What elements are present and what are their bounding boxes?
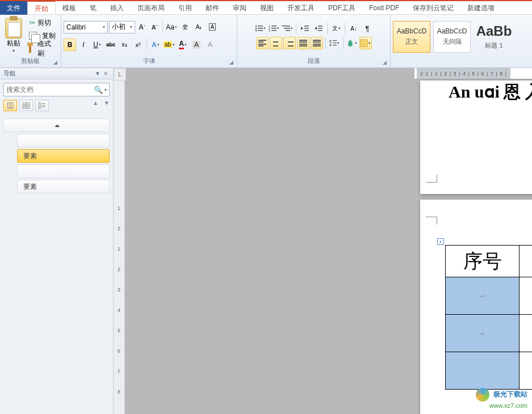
expand-icon[interactable]: ◢ xyxy=(383,60,387,65)
svg-rect-11 xyxy=(271,30,277,31)
font-name-combo[interactable]: Calibri▾ xyxy=(64,21,108,33)
table-cell[interactable] xyxy=(520,352,533,390)
shading-button[interactable]: ▾ xyxy=(346,37,358,49)
tab-pen[interactable]: 笔 xyxy=(83,1,103,15)
font-size-combo[interactable]: 小初▾ xyxy=(109,21,135,33)
table-cell-selected[interactable] xyxy=(446,352,520,390)
shrink-font-button[interactable]: Aˇ xyxy=(149,21,160,33)
vertical-ruler[interactable]: 1 2 1 2 3 4 5 6 7 8 xyxy=(114,81,125,414)
superscript-button[interactable]: x² xyxy=(132,39,144,51)
svg-rect-21 xyxy=(333,40,337,41)
tab-newoption[interactable]: 新建选项 xyxy=(460,1,501,15)
style-nospacing[interactable]: AaBbCcD 无间隔 xyxy=(433,21,471,53)
search-dropdown-icon[interactable]: ▾ xyxy=(104,87,107,92)
tab-pagelayout[interactable]: 页面布局 xyxy=(131,1,171,15)
sort-button[interactable]: A↓ xyxy=(347,22,360,35)
numbering-button[interactable]: 123▾ xyxy=(267,22,280,35)
tab-savecloud[interactable]: 保存到云笔记 xyxy=(406,1,460,15)
table-cell[interactable] xyxy=(520,277,533,315)
change-case-button[interactable]: Aa▾ xyxy=(165,21,178,33)
tab-references[interactable]: 引用 xyxy=(171,1,199,15)
table-cell[interactable] xyxy=(520,315,533,352)
decrease-indent-button[interactable] xyxy=(299,22,311,35)
watermark-name: 极光下载站 xyxy=(493,390,527,398)
tree-item-selected[interactable]: 要素 xyxy=(17,149,110,163)
highlight-button[interactable]: ab▾ xyxy=(163,39,175,51)
svg-rect-14 xyxy=(286,30,290,31)
align-right-button[interactable] xyxy=(283,37,296,49)
svg-point-26 xyxy=(363,41,365,42)
tab-home[interactable]: 开始 xyxy=(27,1,56,14)
tree-item[interactable] xyxy=(17,164,110,178)
enclose-button[interactable]: A₁ xyxy=(192,21,205,33)
ruler-corner[interactable]: L xyxy=(114,68,126,81)
nav-close-icon[interactable]: ✕ xyxy=(102,70,110,77)
tab-view[interactable]: 视图 xyxy=(253,1,280,15)
underline-button[interactable]: U▾ xyxy=(91,39,103,51)
char-border-button[interactable]: A xyxy=(206,21,219,33)
text-effects-button[interactable]: A▾ xyxy=(149,39,162,51)
bold-button[interactable]: B xyxy=(64,39,76,51)
subscript-button[interactable]: x₂ xyxy=(118,39,131,51)
phonetic-button[interactable]: 变 xyxy=(179,21,191,33)
table-cell-selected[interactable]: ↵ xyxy=(446,315,520,352)
align-distribute-button[interactable] xyxy=(311,37,323,49)
tab-pdftools[interactable]: PDF工具 xyxy=(321,1,362,15)
horizontal-ruler[interactable]: 2 1 | 1 | 2 | 3 | 4 | 5 | 6 | 7 | 8 | xyxy=(414,68,532,79)
nav-view-results[interactable] xyxy=(35,100,49,111)
increase-indent-button[interactable] xyxy=(312,22,325,35)
nav-view-headings[interactable] xyxy=(3,100,17,111)
grow-font-button[interactable]: Aˆ xyxy=(136,21,148,33)
bullets-button[interactable]: ▾ xyxy=(254,22,266,35)
paste-button[interactable]: 粘贴 ▾ xyxy=(2,16,25,56)
expand-icon[interactable]: ◢ xyxy=(53,60,57,65)
svg-rect-19 xyxy=(318,28,322,29)
nav-collapse-down-icon[interactable]: ▼ xyxy=(104,100,110,111)
navigation-pane: 导航 ▼ ✕ 🔍 ▾ ▲ ▼ ▴▴ 要素 要素 xyxy=(0,68,114,414)
search-icon[interactable]: 🔍 xyxy=(94,86,103,94)
strike-button[interactable]: abc xyxy=(104,39,117,51)
page-1[interactable]: An uɑi 恩 入 xyxy=(420,81,532,194)
tab-developer[interactable]: 开发工具 xyxy=(280,1,321,15)
nav-view-pages[interactable] xyxy=(19,100,33,111)
table-anchor-icon[interactable]: + xyxy=(437,238,444,245)
styles-group-label xyxy=(393,57,530,66)
table-header-cell[interactable]: 序号 xyxy=(446,246,520,277)
tab-file[interactable]: 文件 xyxy=(0,1,27,15)
text-direction-button[interactable]: 文▾ xyxy=(330,22,342,35)
italic-button[interactable]: I xyxy=(77,39,90,51)
tree-item[interactable] xyxy=(17,134,110,147)
tab-template[interactable]: 模板 xyxy=(56,1,83,15)
tree-item-top[interactable]: ▴▴ xyxy=(3,119,110,132)
align-justify-button[interactable] xyxy=(297,37,309,49)
nav-dropdown-icon[interactable]: ▼ xyxy=(94,70,102,77)
borders-button[interactable]: ▾ xyxy=(359,37,372,49)
search-input[interactable]: 🔍 ▾ xyxy=(3,83,110,96)
format-painter-button[interactable]: 格式刷 xyxy=(27,43,58,55)
tab-foxit[interactable]: Foxit PDF xyxy=(362,1,406,15)
search-field[interactable] xyxy=(6,86,94,94)
multilevel-button[interactable]: ▾ xyxy=(281,22,294,35)
show-marks-button[interactable]: ¶ xyxy=(361,22,374,35)
document-area[interactable]: L 2 1 | 1 | 2 | 3 | 4 | 5 | 6 | 7 | 8 | … xyxy=(114,68,532,414)
nav-collapse-up-icon[interactable]: ▲ xyxy=(93,100,98,111)
cut-button[interactable]: ✂ 剪切 xyxy=(27,16,58,29)
clear-format-button[interactable]: A xyxy=(204,39,216,51)
document-table[interactable]: 序号 ↵ ↵ xyxy=(445,245,532,390)
tab-mail[interactable]: 邮件 xyxy=(199,1,226,15)
char-shading-button[interactable]: A xyxy=(190,39,203,51)
tab-insert[interactable]: 插入 xyxy=(103,1,131,15)
table-cell-selected[interactable]: ↵ xyxy=(446,277,520,315)
page-2[interactable]: + 序号 ↵ ↵ xyxy=(420,200,532,414)
ruler-margin: 2 1 | 1 | 2 | 3 | 4 | 5 | 6 | 7 | 8 | xyxy=(417,68,510,79)
align-left-button[interactable] xyxy=(256,37,269,49)
expand-icon[interactable]: ◢ xyxy=(229,60,233,65)
tree-item[interactable]: 要素 xyxy=(17,180,110,193)
style-heading1[interactable]: AaBb 标题 1 xyxy=(474,21,514,53)
line-spacing-button[interactable]: ▾ xyxy=(328,37,341,49)
tab-review[interactable]: 审阅 xyxy=(226,1,253,15)
align-center-button[interactable] xyxy=(270,37,282,49)
style-normal[interactable]: AaBbCcD 正文 xyxy=(393,21,430,53)
font-color-button[interactable]: A▾ xyxy=(177,39,189,51)
table-header-cell[interactable] xyxy=(520,246,533,277)
